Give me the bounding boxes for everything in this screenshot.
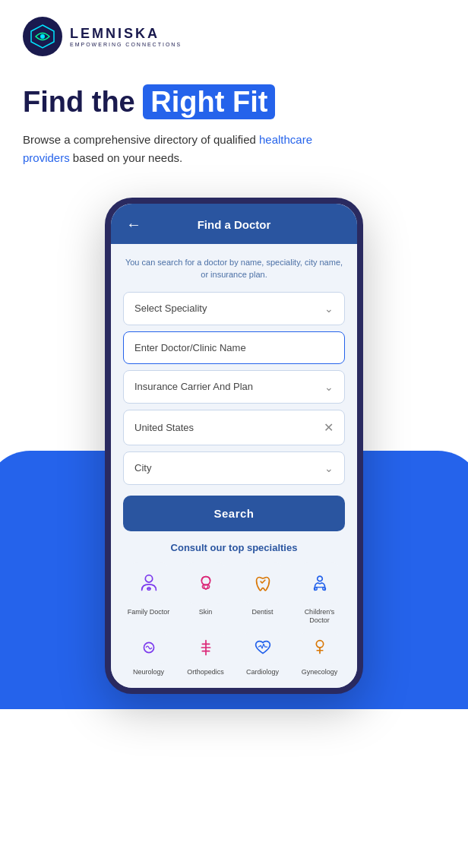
- specialty-family-doctor[interactable]: Family Doctor: [123, 562, 174, 626]
- search-button[interactable]: Search: [123, 496, 345, 531]
- chevron-down-icon-insurance: ⌄: [324, 381, 334, 393]
- hero-description: Browse a comprehensive directory of qual…: [23, 131, 327, 167]
- doctor-name-field[interactable]: Enter Doctor/Clinic Name: [123, 331, 345, 364]
- dentist-label: Dentist: [251, 608, 273, 617]
- phone-body: You can search for a doctor by name, spe…: [111, 244, 357, 688]
- insurance-label: Insurance Carrier And Plan: [134, 381, 253, 392]
- specialties-row-2: Neurology Orthopedics: [123, 632, 345, 677]
- hero-highlight: Right Fit: [143, 84, 275, 119]
- logo-text: LEMNISKA EMPOWERING CONNECTIONS: [70, 26, 182, 47]
- svg-point-10: [316, 641, 323, 648]
- specialty-childrens-doctor[interactable]: Children's Doctor: [294, 562, 345, 626]
- specialty-neurology[interactable]: Neurology: [123, 632, 174, 677]
- phone-frame: ← Find a Doctor You can search for a doc…: [105, 198, 363, 694]
- topbar-title: Find a Doctor: [198, 218, 271, 231]
- chevron-down-icon: ⌄: [324, 303, 334, 315]
- insurance-dropdown[interactable]: Insurance Carrier And Plan ⌄: [123, 370, 345, 404]
- skin-label: Skin: [199, 608, 213, 617]
- orthopedics-icon-box: [185, 632, 226, 664]
- search-hint: You can search for a doctor by name, spe…: [123, 256, 345, 281]
- dentist-icon-box: [242, 562, 283, 603]
- specialty-gynecology[interactable]: Gynecology: [294, 632, 345, 677]
- doctor-name-placeholder: Enter Doctor/Clinic Name: [134, 342, 246, 353]
- phone-section: ← Find a Doctor You can search for a doc…: [0, 198, 468, 709]
- city-label: City: [134, 462, 151, 474]
- family-doctor-label: Family Doctor: [128, 608, 170, 617]
- header: LEMNISKA EMPOWERING CONNECTIONS: [0, 0, 468, 64]
- back-button[interactable]: ←: [126, 216, 141, 233]
- chevron-down-icon-city: ⌄: [324, 462, 334, 474]
- skin-icon-box: [185, 562, 226, 603]
- family-doctor-icon-box: [128, 562, 169, 603]
- logo-tagline: EMPOWERING CONNECTIONS: [70, 42, 182, 47]
- specialty-orthopedics[interactable]: Orthopedics: [180, 632, 231, 677]
- specialties-row-1: Family Doctor Skin: [123, 562, 345, 626]
- city-dropdown[interactable]: City ⌄: [123, 451, 345, 485]
- gynecology-label: Gynecology: [302, 668, 338, 677]
- country-field[interactable]: United States ✕: [123, 410, 345, 445]
- hero-title: Find the Right Fit: [23, 87, 445, 119]
- svg-point-6: [317, 576, 322, 581]
- logo-icon: [23, 17, 62, 56]
- childrens-doctor-icon-box: [299, 562, 340, 603]
- phone-topbar: ← Find a Doctor: [111, 204, 357, 244]
- specialty-dentist[interactable]: Dentist: [237, 562, 288, 626]
- logo-name: LEMNISKA: [70, 26, 182, 42]
- neurology-label: Neurology: [133, 668, 164, 677]
- country-value: United States: [134, 422, 194, 433]
- cardiology-label: Cardiology: [246, 668, 279, 677]
- speciality-dropdown[interactable]: Select Speciality ⌄: [123, 292, 345, 325]
- childrens-doctor-label: Children's Doctor: [294, 608, 345, 626]
- svg-point-2: [145, 575, 152, 581]
- specialty-skin[interactable]: Skin: [180, 562, 231, 626]
- svg-point-1: [40, 34, 45, 39]
- consult-title: Consult our top specialties: [123, 542, 345, 553]
- specialty-cardiology[interactable]: Cardiology: [237, 632, 288, 677]
- cardiology-icon-box: [242, 632, 283, 664]
- orthopedics-label: Orthopedics: [187, 668, 224, 677]
- neurology-icon-box: [128, 632, 169, 664]
- speciality-label: Select Speciality: [134, 303, 207, 314]
- gynecology-icon-box: [299, 632, 340, 664]
- hero-section: Find the Right Fit Browse a comprehensiv…: [0, 64, 468, 175]
- close-icon[interactable]: ✕: [324, 420, 334, 435]
